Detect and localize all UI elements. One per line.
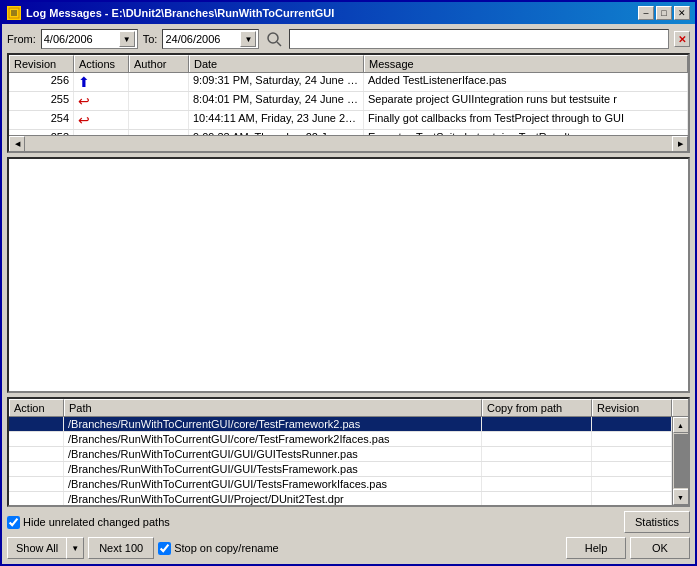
lower-cell-path: /Branches/RunWithToCurrentGUI/GUI/GUITes… bbox=[64, 447, 482, 461]
search-box[interactable] bbox=[289, 29, 669, 49]
help-button[interactable]: Help bbox=[566, 537, 626, 559]
cell-actions: ⬆ bbox=[74, 73, 129, 91]
close-button[interactable]: ✕ bbox=[674, 6, 690, 20]
upper-table: Revision Actions Author Date Message 256… bbox=[7, 53, 690, 153]
from-label: From: bbox=[7, 33, 36, 45]
cell-message: Separate project GUIIntegration runs but… bbox=[364, 92, 688, 110]
lower-table-row[interactable]: /Branches/RunWithToCurrentGUI/GUI/TestsF… bbox=[9, 462, 672, 477]
svg-point-4 bbox=[268, 33, 278, 43]
maximize-button[interactable]: □ bbox=[656, 6, 672, 20]
lower-cell-path: /Branches/RunWithToCurrentGUI/core/TestF… bbox=[64, 417, 482, 431]
window-title: Log Messages - E:\DUnit2\Branches\RunWit… bbox=[26, 7, 334, 19]
col-date: Date bbox=[189, 55, 364, 72]
lower-cell-copy-from bbox=[482, 492, 592, 505]
table-row[interactable]: 256 ⬆ 9:09:31 PM, Saturday, 24 June 2006… bbox=[9, 73, 688, 92]
cell-date: 10:44:11 AM, Friday, 23 June 2006 bbox=[189, 111, 364, 129]
from-date-picker[interactable]: ▼ bbox=[41, 29, 138, 49]
lower-cell-path: /Branches/RunWithToCurrentGUI/GUI/TestsF… bbox=[64, 462, 482, 476]
commit-icon: ↩ bbox=[78, 112, 90, 128]
table-row[interactable]: 254 ↩ 10:44:11 AM, Friday, 23 June 2006 … bbox=[9, 111, 688, 130]
search-input[interactable] bbox=[292, 33, 666, 45]
scrollbar-up-arrow[interactable]: ▲ bbox=[673, 417, 689, 433]
lower-cell-copy-from bbox=[482, 447, 592, 461]
toolbar: From: ▼ To: ▼ ✕ bbox=[7, 29, 690, 49]
lower-table-row[interactable]: /Branches/RunWithToCurrentGUI/core/TestF… bbox=[9, 417, 672, 432]
col-message: Message bbox=[364, 55, 688, 72]
title-bar: Log Messages - E:\DUnit2\Branches\RunWit… bbox=[2, 2, 695, 24]
to-date-input[interactable] bbox=[165, 33, 240, 45]
bottom-section: Hide unrelated changed paths Statistics bbox=[7, 511, 690, 533]
hscroll-right-arrow[interactable]: ▶ bbox=[672, 136, 688, 152]
lower-cell-action bbox=[9, 492, 64, 505]
clear-search-button[interactable]: ✕ bbox=[674, 31, 690, 47]
cell-author bbox=[129, 92, 189, 110]
lower-table-body: /Branches/RunWithToCurrentGUI/core/TestF… bbox=[9, 417, 672, 505]
cell-message: Added TestListenerIface.pas bbox=[364, 73, 688, 91]
lower-table-row[interactable]: /Branches/RunWithToCurrentGUI/GUI/GUITes… bbox=[9, 447, 672, 462]
upper-table-hscroll[interactable]: ◀ ▶ bbox=[9, 135, 688, 151]
lower-table-row[interactable]: /Branches/RunWithToCurrentGUI/core/TestF… bbox=[9, 432, 672, 447]
scrollbar-down-arrow[interactable]: ▼ bbox=[673, 489, 689, 505]
minimize-button[interactable]: – bbox=[638, 6, 654, 20]
next-100-button[interactable]: Next 100 bbox=[88, 537, 154, 559]
cell-date: 8:04:01 PM, Saturday, 24 June 2006 bbox=[189, 92, 364, 110]
from-date-dropdown-button[interactable]: ▼ bbox=[119, 31, 135, 47]
lower-cell-copy-from bbox=[482, 477, 592, 491]
scrollbar-thumb[interactable] bbox=[674, 434, 688, 488]
to-date-dropdown-button[interactable]: ▼ bbox=[240, 31, 256, 47]
cell-revision: 255 bbox=[9, 92, 74, 110]
show-all-wrapper: Show All ▼ bbox=[7, 537, 84, 559]
show-all-dropdown-button[interactable]: ▼ bbox=[66, 537, 84, 559]
lower-cell-revision bbox=[592, 492, 672, 505]
add-icon: ⬆ bbox=[78, 74, 90, 90]
lower-table-header: Action Path Copy from path Revision bbox=[9, 399, 688, 417]
bottom-left-controls: Show All ▼ Next 100 Stop on copy/rename bbox=[7, 537, 279, 559]
stop-copy-checkbox[interactable] bbox=[158, 542, 171, 555]
commit-icon: ↩ bbox=[78, 93, 90, 109]
window-body: From: ▼ To: ▼ ✕ Re bbox=[2, 24, 695, 564]
cell-date: 9:09:31 PM, Saturday, 24 June 2006 bbox=[189, 73, 364, 91]
detail-panel bbox=[7, 157, 690, 393]
lower-cell-action bbox=[9, 447, 64, 461]
col-author: Author bbox=[129, 55, 189, 72]
lower-table-scrollbar[interactable]: ▲ ▼ bbox=[672, 417, 688, 505]
lower-cell-action bbox=[9, 432, 64, 446]
stop-copy-label[interactable]: Stop on copy/rename bbox=[158, 542, 279, 555]
main-window: Log Messages - E:\DUnit2\Branches\RunWit… bbox=[0, 0, 697, 566]
hide-unrelated-checkbox[interactable] bbox=[7, 516, 20, 529]
svg-line-5 bbox=[277, 42, 281, 46]
to-label: To: bbox=[143, 33, 158, 45]
cell-actions: ↩ bbox=[74, 111, 129, 129]
lower-cell-copy-from bbox=[482, 432, 592, 446]
from-date-input[interactable] bbox=[44, 33, 119, 45]
lower-cell-action bbox=[9, 417, 64, 431]
col-action: Action bbox=[9, 399, 64, 416]
lower-cell-revision bbox=[592, 462, 672, 476]
table-row[interactable]: 255 ↩ 8:04:01 PM, Saturday, 24 June 2006… bbox=[9, 92, 688, 111]
lower-table-row[interactable]: /Branches/RunWithToCurrentGUI/Project/DU… bbox=[9, 492, 672, 505]
lower-cell-action bbox=[9, 477, 64, 491]
cell-actions: ↩ bbox=[74, 92, 129, 110]
hscroll-left-arrow[interactable]: ◀ bbox=[9, 136, 25, 152]
lower-cell-path: /Branches/RunWithToCurrentGUI/core/TestF… bbox=[64, 432, 482, 446]
col-actions: Actions bbox=[74, 55, 129, 72]
lower-cell-revision bbox=[592, 447, 672, 461]
lower-cell-copy-from bbox=[482, 462, 592, 476]
lower-cell-revision bbox=[592, 417, 672, 431]
show-all-button[interactable]: Show All bbox=[7, 537, 67, 559]
title-buttons: – □ ✕ bbox=[638, 6, 690, 20]
cell-author bbox=[129, 111, 189, 129]
upper-table-body: 256 ⬆ 9:09:31 PM, Saturday, 24 June 2006… bbox=[9, 73, 688, 135]
statistics-button[interactable]: Statistics bbox=[624, 511, 690, 533]
hide-unrelated-label[interactable]: Hide unrelated changed paths bbox=[7, 516, 170, 529]
cell-revision: 256 bbox=[9, 73, 74, 91]
hscroll-track[interactable] bbox=[25, 136, 672, 152]
to-date-picker[interactable]: ▼ bbox=[162, 29, 259, 49]
ok-button[interactable]: OK bbox=[630, 537, 690, 559]
lower-table: Action Path Copy from path Revision /Bra… bbox=[7, 397, 690, 507]
lower-table-row[interactable]: /Branches/RunWithToCurrentGUI/GUI/TestsF… bbox=[9, 477, 672, 492]
col-revision: Revision bbox=[9, 55, 74, 72]
search-icon bbox=[264, 30, 284, 48]
lower-cell-copy-from bbox=[482, 417, 592, 431]
lower-cell-revision bbox=[592, 432, 672, 446]
